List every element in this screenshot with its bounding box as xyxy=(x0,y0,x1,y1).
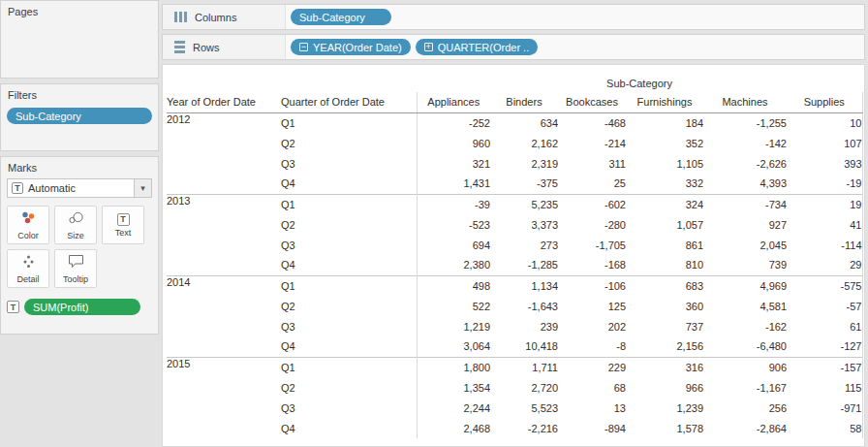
value-cell[interactable]: 1,800 xyxy=(417,357,490,377)
value-cell[interactable]: 393 xyxy=(787,153,862,174)
value-cell[interactable]: 332 xyxy=(626,174,703,194)
row-field-label[interactable]: Year of Order Date xyxy=(167,92,281,112)
value-cell[interactable]: -57 xyxy=(787,296,862,316)
value-cell[interactable]: 739 xyxy=(703,255,787,275)
rows-shelf[interactable]: Rows − YEAR(Order Date) + QUARTER(Order … xyxy=(162,34,865,60)
quarter-header[interactable]: Q3 xyxy=(281,153,417,174)
value-cell[interactable]: -971 xyxy=(787,398,862,418)
value-cell[interactable]: -2,626 xyxy=(703,153,787,174)
value-cell[interactable]: -375 xyxy=(490,174,558,194)
value-cell[interactable]: -2,864 xyxy=(703,418,787,438)
value-cell[interactable]: -162 xyxy=(703,316,787,336)
value-cell[interactable]: -214 xyxy=(558,133,626,153)
value-cell[interactable]: 273 xyxy=(490,235,558,255)
value-cell[interactable]: 352 xyxy=(626,133,703,153)
quarter-header[interactable]: Q4 xyxy=(281,174,417,194)
detail-button[interactable]: Detail xyxy=(7,249,49,288)
value-cell[interactable]: 25 xyxy=(558,174,626,194)
value-cell[interactable]: -106 xyxy=(558,275,626,296)
columns-shelf-tray[interactable]: Sub-Category xyxy=(285,5,864,29)
value-cell[interactable]: 324 xyxy=(626,194,703,214)
value-cell[interactable]: 311 xyxy=(558,153,626,174)
value-cell[interactable]: 125 xyxy=(558,296,626,316)
value-cell[interactable]: 2,319 xyxy=(490,153,558,174)
column-field-title[interactable]: Sub-Category xyxy=(417,75,862,92)
value-cell[interactable]: -114 xyxy=(787,235,862,255)
columns-shelf[interactable]: Columns Sub-Category xyxy=(162,4,865,30)
value-cell[interactable]: 861 xyxy=(626,235,703,255)
value-cell[interactable]: 966 xyxy=(626,377,703,398)
measure-column-header[interactable]: Supplies xyxy=(787,92,862,112)
value-cell[interactable]: 1,431 xyxy=(417,174,490,194)
value-cell[interactable]: 58 xyxy=(787,418,862,438)
value-cell[interactable]: 184 xyxy=(626,112,703,133)
value-cell[interactable]: -523 xyxy=(417,214,490,235)
quarter-header[interactable]: Q3 xyxy=(281,316,417,336)
value-cell[interactable]: -127 xyxy=(787,336,862,357)
color-button[interactable]: Color xyxy=(7,206,49,244)
value-cell[interactable]: 927 xyxy=(703,214,787,235)
value-cell[interactable]: -1,167 xyxy=(703,377,787,398)
quarter-header[interactable]: Q2 xyxy=(281,296,417,316)
value-cell[interactable]: 4,393 xyxy=(703,174,787,194)
quarter-header[interactable]: Q1 xyxy=(281,112,417,133)
value-cell[interactable]: 316 xyxy=(626,357,703,377)
value-cell[interactable]: 1,239 xyxy=(626,398,703,418)
value-cell[interactable]: 3,373 xyxy=(490,214,558,235)
value-cell[interactable]: 321 xyxy=(417,153,490,174)
value-cell[interactable]: -468 xyxy=(558,112,626,133)
value-cell[interactable]: 2,162 xyxy=(490,133,558,153)
value-cell[interactable]: -1,255 xyxy=(703,112,787,133)
collapse-icon[interactable]: − xyxy=(299,43,308,51)
value-cell[interactable]: -575 xyxy=(787,275,862,296)
rows-shelf-tray[interactable]: − YEAR(Order Date) + QUARTER(Order .. xyxy=(285,35,864,59)
mark-type-dropdown[interactable]: T Automatic xyxy=(7,178,135,198)
value-cell[interactable]: 810 xyxy=(626,255,703,275)
value-cell[interactable]: 4,581 xyxy=(703,296,787,316)
value-cell[interactable]: -19 xyxy=(787,174,862,194)
value-cell[interactable]: 229 xyxy=(558,357,626,377)
year-header[interactable]: 2014 xyxy=(167,275,281,357)
measure-column-header[interactable]: Bookcases xyxy=(558,92,626,112)
quarter-header[interactable]: Q3 xyxy=(281,398,417,418)
value-cell[interactable]: 10 xyxy=(787,112,862,133)
value-cell[interactable]: 239 xyxy=(490,316,558,336)
year-header[interactable]: 2012 xyxy=(167,112,281,194)
value-cell[interactable]: 29 xyxy=(787,255,862,275)
value-cell[interactable]: 2,720 xyxy=(490,377,558,398)
marks-pill-sum-profit[interactable]: SUM(Profit) xyxy=(24,299,140,315)
value-cell[interactable]: 694 xyxy=(417,235,490,255)
value-cell[interactable]: 1,711 xyxy=(490,357,558,377)
size-button[interactable]: Size xyxy=(54,206,97,244)
quarter-header[interactable]: Q2 xyxy=(281,133,417,153)
value-cell[interactable]: 3,064 xyxy=(417,336,490,357)
value-cell[interactable]: -734 xyxy=(703,194,787,214)
value-cell[interactable]: 2,380 xyxy=(417,255,490,275)
value-cell[interactable]: 202 xyxy=(558,316,626,336)
tooltip-button[interactable]: Tooltip xyxy=(54,249,97,288)
value-cell[interactable]: 2,244 xyxy=(417,398,490,418)
value-cell[interactable]: -2,216 xyxy=(490,418,558,438)
value-cell[interactable]: 19 xyxy=(787,194,862,214)
value-cell[interactable]: -168 xyxy=(558,255,626,275)
year-header[interactable]: 2015 xyxy=(167,357,281,438)
value-cell[interactable]: 61 xyxy=(787,316,862,336)
value-cell[interactable]: 256 xyxy=(703,398,787,418)
value-cell[interactable]: -280 xyxy=(558,214,626,235)
quarter-header[interactable]: Q1 xyxy=(281,275,417,296)
value-cell[interactable]: 13 xyxy=(558,398,626,418)
value-cell[interactable]: 2,468 xyxy=(417,418,490,438)
quarter-header[interactable]: Q1 xyxy=(281,357,417,377)
quarter-header[interactable]: Q1 xyxy=(281,194,417,214)
value-cell[interactable]: -142 xyxy=(703,133,787,153)
quarter-header[interactable]: Q2 xyxy=(281,214,417,235)
value-cell[interactable]: -894 xyxy=(558,418,626,438)
value-cell[interactable]: 498 xyxy=(417,275,490,296)
quarter-header[interactable]: Q2 xyxy=(281,377,417,398)
measure-column-header[interactable]: Binders xyxy=(490,92,558,112)
value-cell[interactable]: 68 xyxy=(558,377,626,398)
value-cell[interactable]: 115 xyxy=(787,377,862,398)
quarter-header[interactable]: Q3 xyxy=(281,235,417,255)
value-cell[interactable]: 41 xyxy=(787,214,862,235)
value-cell[interactable]: 1,219 xyxy=(417,316,490,336)
